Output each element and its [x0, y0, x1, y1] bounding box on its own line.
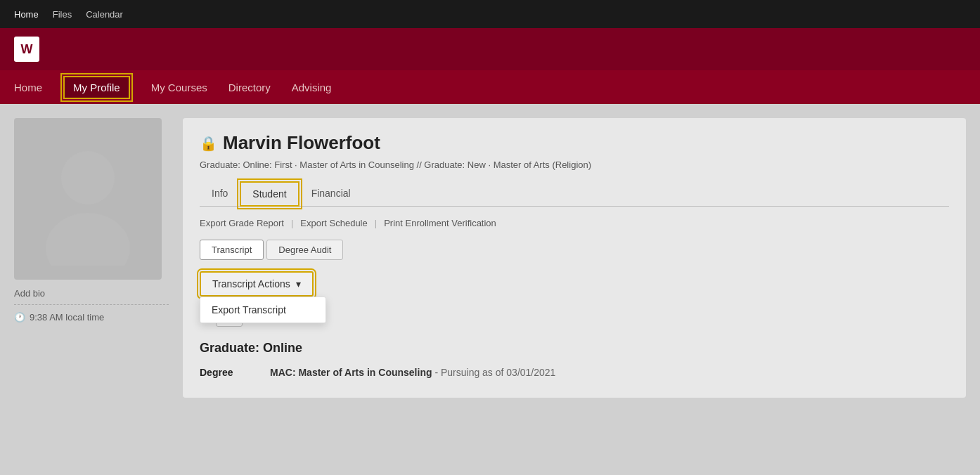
transcript-actions-menu: Export Transcript: [200, 297, 326, 323]
svg-point-0: [61, 151, 115, 204]
brand-bar: W: [0, 28, 980, 70]
transcript-actions-dropdown: Transcript Actions ▾ Export Transcript: [200, 271, 314, 297]
avatar-image: [32, 132, 144, 266]
secondary-nav: Home My Profile My Courses Directory Adv…: [0, 70, 980, 104]
section-heading: Graduate: Online: [200, 341, 949, 356]
left-sidebar: Add bio 🕐 9:38 AM local time: [14, 118, 169, 398]
print-enrollment-verification-link[interactable]: Print Enrollment Verification: [384, 218, 496, 228]
profile-name-text: Marvin Flowerfoot: [223, 132, 380, 154]
export-schedule-link[interactable]: Export Schedule: [300, 218, 367, 228]
tab-student[interactable]: Student: [240, 181, 299, 207]
top-nav-files[interactable]: Files: [53, 9, 72, 20]
svg-point-1: [46, 213, 130, 266]
tab-info[interactable]: Info: [200, 181, 240, 207]
lock-icon: 🔒: [200, 135, 217, 152]
export-transcript-item[interactable]: Export Transcript: [200, 297, 325, 323]
profile-subtitle: Graduate: Online: First · Master of Arts…: [200, 160, 949, 170]
profile-tabs: Info Student Financial: [200, 181, 949, 207]
degree-value-main: MAC: Master of Arts in Counseling: [270, 367, 432, 378]
secondary-nav-home[interactable]: Home: [14, 73, 42, 102]
brand-logo[interactable]: W: [14, 37, 39, 62]
chevron-down-icon: ▾: [296, 278, 301, 289]
clock-icon: 🕐: [14, 312, 25, 323]
sub-tabs: Transcript Degree Audit: [200, 240, 949, 260]
action-links: Export Grade Report | Export Schedule | …: [200, 218, 949, 228]
export-grade-report-link[interactable]: Export Grade Report: [200, 218, 284, 228]
add-bio-link[interactable]: Add bio: [14, 288, 169, 305]
main-content: Add bio 🕐 9:38 AM local time 🔒 Marvin Fl…: [0, 104, 980, 412]
top-nav: Home Files Calendar: [0, 0, 980, 28]
secondary-nav-my-courses[interactable]: My Courses: [151, 73, 207, 102]
sub-tab-degree-audit[interactable]: Degree Audit: [266, 240, 343, 260]
degree-label: Degree: [200, 367, 256, 378]
tab-financial[interactable]: Financial: [299, 181, 363, 207]
secondary-nav-directory[interactable]: Directory: [228, 73, 271, 102]
degree-row: Degree MAC: Master of Arts in Counseling…: [200, 367, 949, 378]
transcript-actions-button[interactable]: Transcript Actions ▾: [200, 271, 314, 297]
degree-value-suffix: - Pursuing as of 03/01/2021: [434, 367, 555, 378]
avatar: [14, 118, 162, 280]
secondary-nav-my-profile[interactable]: My Profile: [63, 76, 130, 99]
profile-content: 🔒 Marvin Flowerfoot Graduate: Online: Fi…: [183, 118, 966, 398]
local-time: 🕐 9:38 AM local time: [14, 312, 169, 323]
transcript-actions-label: Transcript Actions: [212, 278, 290, 289]
secondary-nav-advising[interactable]: Advising: [292, 73, 332, 102]
sub-tab-transcript[interactable]: Transcript: [200, 240, 264, 260]
top-nav-calendar[interactable]: Calendar: [86, 9, 123, 20]
profile-name: 🔒 Marvin Flowerfoot: [200, 132, 949, 154]
top-nav-home[interactable]: Home: [14, 9, 39, 20]
degree-value: MAC: Master of Arts in Counseling - Purs…: [270, 367, 555, 378]
separator-1: |: [291, 218, 293, 228]
separator-2: |: [375, 218, 377, 228]
